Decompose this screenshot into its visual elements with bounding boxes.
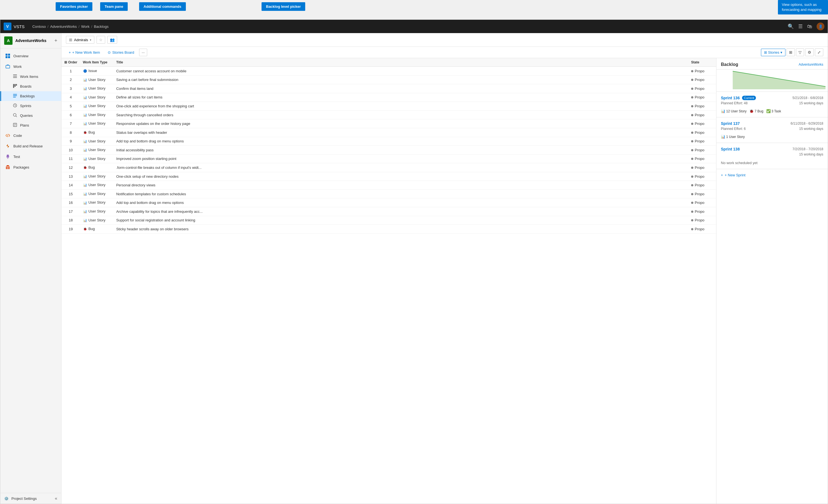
cell-title[interactable]: Add top and bottom drag on menu options	[114, 198, 688, 207]
cell-title[interactable]: Notification templates for custom schedu…	[114, 190, 688, 198]
collapse-icon[interactable]: «	[55, 496, 57, 501]
table-row[interactable]: 18📊User StorySupport for social registra…	[61, 216, 716, 225]
stories-board-button[interactable]: ⊙ Stories Board	[105, 49, 137, 56]
sidebar-item-boards[interactable]: Boards	[0, 82, 61, 91]
team-pane-annotation[interactable]: Team pane	[100, 2, 128, 11]
breadcrumb-backlogs[interactable]: Backlogs	[94, 25, 109, 29]
sprint-name[interactable]: Sprint 137	[721, 121, 740, 126]
avatar[interactable]: 👤	[817, 23, 824, 30]
cell-order: 5	[61, 102, 80, 111]
cell-title[interactable]: .form-control-file breaks out of column …	[114, 163, 688, 172]
sidebar-item-plans[interactable]: Plans	[0, 120, 61, 130]
cell-state: Propo	[688, 128, 716, 137]
new-sprint-button[interactable]: + + New Sprint	[716, 169, 828, 181]
table-row[interactable]: 7📊User StoryResponsive updates on the or…	[61, 119, 716, 128]
list-icon[interactable]: ☰	[798, 24, 803, 30]
cell-title[interactable]: Initial accessibility pass	[114, 146, 688, 155]
cell-title[interactable]: Status bar overlaps with header	[114, 128, 688, 137]
cell-order: 10	[61, 146, 80, 155]
cell-type: 📊User Story	[80, 216, 114, 225]
breadcrumb-work[interactable]: Work	[81, 25, 90, 29]
sprint-name[interactable]: Sprint 136	[721, 96, 740, 100]
favorite-star-button[interactable]: ☆	[96, 36, 105, 44]
cell-title[interactable]: Confirm that items land	[114, 84, 688, 93]
cell-title[interactable]: Personal directory views	[114, 181, 688, 190]
sprint-tag: 🐞 7 Bug	[749, 109, 763, 113]
cell-title[interactable]: Archive capability for topics that are i…	[114, 207, 688, 216]
expand-button[interactable]: ⤢	[815, 48, 823, 56]
cell-title[interactable]: Support for social registration and acco…	[114, 216, 688, 225]
project-name: AdventureWorks	[15, 38, 51, 43]
cell-state: Propo	[688, 137, 716, 146]
sidebar-item-queries[interactable]: Queries	[0, 111, 61, 120]
filter-button[interactable]: ▽	[796, 48, 804, 56]
breadcrumb-adventureworks[interactable]: AdventureWorks	[50, 25, 77, 29]
table-row[interactable]: 9📊User StoryAdd top and bottom drag on m…	[61, 137, 716, 146]
team-picker[interactable]: ⊞ Admirals ▾	[66, 36, 94, 44]
table-row[interactable]: 15📊User StoryNotification templates for …	[61, 190, 716, 198]
stories-dropdown[interactable]: ⊞ Stories ▾	[761, 49, 785, 56]
cell-title[interactable]: One-click setup of new directory nodes	[114, 172, 688, 181]
team-members-button[interactable]: 👥	[108, 36, 117, 44]
sidebar-item-packages[interactable]: Packages	[0, 162, 61, 172]
table-row[interactable]: 5📊User StoryOne-click add experience fro…	[61, 102, 716, 111]
bag-icon[interactable]: 🛍	[807, 24, 812, 30]
table-row[interactable]: 17📊User StoryArchive capability for topi…	[61, 207, 716, 216]
cell-order: 6	[61, 111, 80, 119]
table-row[interactable]: 1🔵IssueCustomer cannot access account on…	[61, 67, 716, 76]
sidebar-item-work[interactable]: Work	[0, 61, 61, 72]
sidebar-item-test[interactable]: Test	[0, 151, 61, 162]
sidebar-project[interactable]: A AdventureWorks +	[0, 33, 61, 48]
cell-title[interactable]: One-click add experience from the shoppi…	[114, 102, 688, 111]
app-logo[interactable]: V	[4, 23, 11, 30]
table-row[interactable]: 8🐞BugStatus bar overlaps with headerProp…	[61, 128, 716, 137]
more-actions-button[interactable]: ···	[139, 49, 147, 56]
table-row[interactable]: 12🐞Bug.form-control-file breaks out of c…	[61, 163, 716, 172]
view-settings-button[interactable]: ⊞	[787, 48, 795, 56]
cell-type: 📊User Story	[80, 102, 114, 111]
table-row[interactable]: 10📊User StoryInitial accessibility passP…	[61, 146, 716, 155]
cell-order: 14	[61, 181, 80, 190]
sidebar-item-overview[interactable]: Overview	[0, 51, 61, 61]
stories-board-icon: ⊙	[108, 50, 111, 54]
table-row[interactable]: 11📊User StoryImproved zoom position star…	[61, 154, 716, 163]
table-row[interactable]: 6📊User StorySearching through cancelled …	[61, 111, 716, 119]
table-row[interactable]: 13📊User StoryOne-click setup of new dire…	[61, 172, 716, 181]
sidebar-item-backlogs[interactable]: Backlogs	[0, 91, 61, 101]
favorites-picker-annotation[interactable]: Favorites picker	[56, 2, 92, 11]
table-row[interactable]: 2📊User StorySaving a cart before final s…	[61, 75, 716, 84]
svg-rect-6	[13, 76, 17, 77]
table-row[interactable]: 3📊User StoryConfirm that items landPropo	[61, 84, 716, 93]
additional-commands-annotation[interactable]: Additional commands	[139, 2, 186, 11]
cell-title[interactable]: Add top and bottom drag on menu options	[114, 137, 688, 146]
cell-title[interactable]: Searching through cancelled orders	[114, 111, 688, 119]
sidebar-footer[interactable]: ⚙️ Project Settings «	[0, 493, 61, 504]
gear-button[interactable]: ⚙	[805, 48, 814, 56]
sidebar-item-code[interactable]: Code	[0, 130, 61, 141]
cell-title[interactable]: Improved zoom position starting point	[114, 154, 688, 163]
backlog-level-picker-annotation[interactable]: Backlog level picker	[261, 2, 305, 11]
action-bar-right: ⊞ Stories ▾ ⊞ ▽ ⚙ ⤢	[761, 48, 823, 56]
table-row[interactable]: 19🐞BugSticky header scrolls away on olde…	[61, 225, 716, 234]
sidebar-item-build-release[interactable]: Build and Release	[0, 141, 61, 151]
cell-title[interactable]: Responsive updates on the order history …	[114, 119, 688, 128]
table-row[interactable]: 14📊User StoryPersonal directory viewsPro…	[61, 181, 716, 190]
cell-state: Propo	[688, 207, 716, 216]
sprint-meta-row: Planned Effort: 6 15 working days	[721, 127, 823, 132]
cell-title[interactable]: Saving a cart before final submmission	[114, 75, 688, 84]
breadcrumb-contoso[interactable]: Contoso	[32, 25, 46, 29]
sidebar-item-sprints[interactable]: Sprints	[0, 101, 61, 111]
cell-title[interactable]: Define all sizes for cart items	[114, 93, 688, 102]
cell-state: Propo	[688, 190, 716, 198]
add-project-icon[interactable]: +	[54, 38, 57, 44]
table-row[interactable]: 16📊User StoryAdd top and bottom drag on …	[61, 198, 716, 207]
sprint-name[interactable]: Sprint 138	[721, 147, 740, 151]
new-work-item-button[interactable]: + + New Work Item	[66, 49, 103, 56]
sidebar-item-work-items[interactable]: Work Items	[0, 72, 61, 82]
cell-title[interactable]: Customer cannot access account on mobile	[114, 67, 688, 76]
table-row[interactable]: 4📊User StoryDefine all sizes for cart it…	[61, 93, 716, 102]
cell-title[interactable]: Sticky header scrolls away on older brow…	[114, 225, 688, 234]
cell-state: Propo	[688, 181, 716, 190]
search-icon[interactable]: 🔍	[788, 24, 794, 30]
backlog-panel: Backlog AdventureWorks Sprint 136 Cu	[716, 58, 828, 504]
